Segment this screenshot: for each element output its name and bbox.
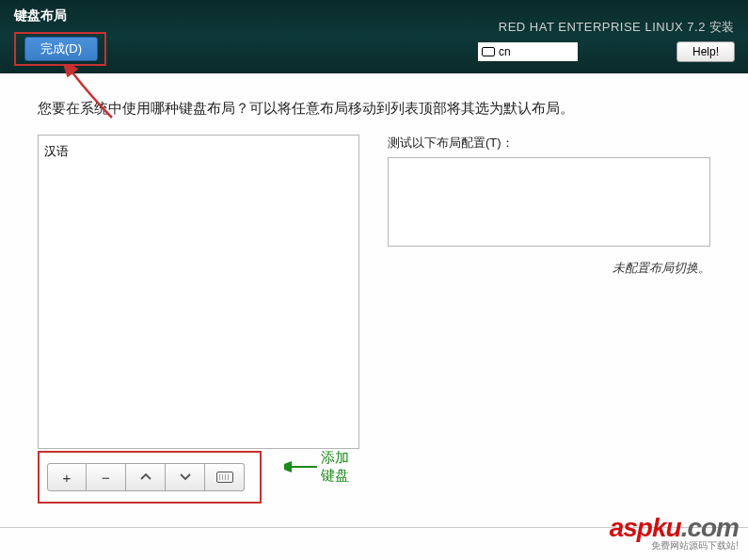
language-indicator[interactable]: cn xyxy=(478,42,578,61)
right-column: 测试以下布局配置(T)： 未配置布局切换。 选项(O) xyxy=(388,135,710,277)
header-right: RED HAT ENTERPRISE LINUX 7.2 安装 xyxy=(499,19,735,36)
header-row-2: cn Help! xyxy=(478,41,735,62)
left-column: 汉语 + − xyxy=(38,135,359,504)
remove-layout-button[interactable]: − xyxy=(87,463,126,491)
keyboard-layout-list[interactable]: 汉语 xyxy=(38,135,359,449)
watermark-brand-red: aspku xyxy=(610,513,681,542)
plus-icon: + xyxy=(63,470,72,486)
green-arrow-icon xyxy=(284,460,317,473)
add-keyboard-label: 添加键盘 xyxy=(321,449,359,485)
no-switch-config-text: 未配置布局切换。 xyxy=(388,260,710,277)
language-code: cn xyxy=(499,45,511,58)
done-button[interactable]: 完成(D) xyxy=(24,37,98,61)
chevron-up-icon xyxy=(140,473,151,481)
layout-toolbar: + − xyxy=(47,463,245,491)
product-label: RED HAT ENTERPRISE LINUX 7.2 安装 xyxy=(499,19,735,36)
toolbar-highlight: + − xyxy=(38,451,262,504)
help-button[interactable]: Help! xyxy=(676,41,735,62)
watermark-brand-suffix: .com xyxy=(681,513,739,542)
chevron-down-icon xyxy=(180,473,191,481)
keyboard-small-icon xyxy=(482,47,495,56)
header-bar: 键盘布局 完成(D) RED HAT ENTERPRISE LINUX 7.2 … xyxy=(0,0,748,73)
main-columns: 汉语 + − xyxy=(38,135,710,504)
done-button-highlight: 完成(D) xyxy=(14,32,106,66)
watermark: aspku.com 免费网站源码下载站! xyxy=(610,513,739,552)
test-label: 测试以下布局配置(T)： xyxy=(388,135,710,152)
content-area: 您要在系统中使用哪种键盘布局？可以将任意布局移动到列表顶部将其选为默认布局。 汉… xyxy=(0,73,748,504)
test-input[interactable] xyxy=(388,157,710,247)
add-layout-button[interactable]: + xyxy=(47,463,87,491)
move-up-button[interactable] xyxy=(126,463,166,491)
green-arrow-annotation: 添加键盘 xyxy=(284,449,359,485)
list-item[interactable]: 汉语 xyxy=(42,141,355,162)
keyboard-icon xyxy=(216,472,233,483)
move-down-button[interactable] xyxy=(166,463,205,491)
red-arrow-annotation-icon xyxy=(60,66,126,122)
show-keyboard-button[interactable] xyxy=(205,463,245,491)
prompt-text: 您要在系统中使用哪种键盘布局？可以将任意布局移动到列表顶部将其选为默认布局。 xyxy=(38,100,710,118)
minus-icon: − xyxy=(102,470,110,486)
